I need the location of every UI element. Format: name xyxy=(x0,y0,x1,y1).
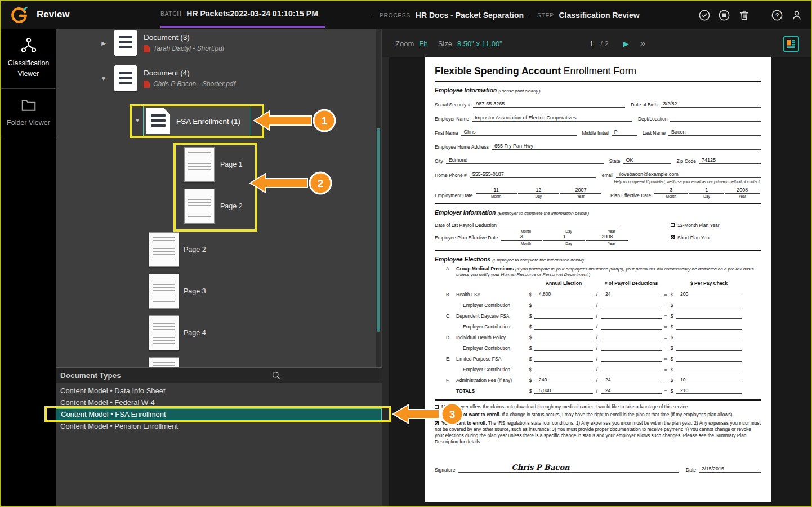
signature-line: Chris P Bacon xyxy=(458,463,679,473)
play-icon[interactable]: ▶ xyxy=(623,39,629,48)
page-label[interactable]: Page 4 xyxy=(184,329,206,337)
dept-value xyxy=(670,115,761,122)
document-page-icon xyxy=(146,108,170,134)
divider xyxy=(435,81,761,82)
divider xyxy=(435,250,761,252)
thumbnail-grid-button[interactable] xyxy=(783,36,799,52)
svg-text:?: ? xyxy=(775,12,779,19)
page-number-current[interactable]: 1 xyxy=(590,39,594,48)
help-icon[interactable]: ? xyxy=(771,9,783,21)
page-number-total: / 2 xyxy=(600,39,608,48)
dollar-sign: $ xyxy=(528,335,533,340)
election-row-totals: TOTALS $ 5,040 / 24 = $ 210 xyxy=(435,388,761,394)
sidebar-item-classification-viewer[interactable]: Classification Viewer xyxy=(1,29,56,89)
search-icon[interactable] xyxy=(271,371,281,383)
equals-sign: = xyxy=(663,345,668,351)
column-payroll-deductions: # of Payroll Deductions xyxy=(601,281,662,287)
stop-icon[interactable] xyxy=(718,9,730,21)
election-item-a: A. Group Medical Premiums (If you partic… xyxy=(435,266,761,277)
employment-month-value: 11 xyxy=(476,187,517,194)
user-icon[interactable] xyxy=(791,9,803,21)
ssn-value: 987-65-3265 xyxy=(473,101,625,108)
dollar-sign: $ xyxy=(528,303,533,308)
layout-grid-icon xyxy=(787,39,796,48)
page-thumbnail[interactable] xyxy=(184,147,215,182)
employer-plan-effective-row: Employee Plan Effective Date 3 1 2008 Sh… xyxy=(435,234,761,241)
tree-node-label: Document (4) xyxy=(144,69,235,77)
employee-elections-heading: Employee Elections (Employee to complete… xyxy=(435,256,761,263)
phone-label: Home Phone # xyxy=(435,172,470,178)
dollar-sign: $ xyxy=(528,367,533,372)
double-chevron-icon[interactable]: » xyxy=(640,38,645,49)
signature-label: Signature xyxy=(435,467,458,473)
dollar-sign: $ xyxy=(670,303,674,308)
step-label: STEP xyxy=(537,12,554,19)
state-label: State xyxy=(609,158,623,164)
payroll-deduction-label: Date of 1st Payroll Deduction xyxy=(435,223,499,228)
yes-enroll-option: Yes, I want to enroll. The IRS regulatio… xyxy=(435,420,761,445)
tree-scrollbar[interactable] xyxy=(376,29,381,367)
employer-plan-effective-label: Employee Plan Effective Date xyxy=(435,235,501,241)
viewer-scrollbar[interactable] xyxy=(382,57,389,506)
slash: / xyxy=(595,335,599,340)
page-thumbnail[interactable] xyxy=(149,315,179,350)
tree-node-document-4[interactable]: ▼ Document (4) Chris P Bacon - Shorter.p… xyxy=(100,65,235,92)
dollar-sign: $ xyxy=(528,356,533,362)
checkbox-checked xyxy=(671,235,675,239)
signature-row: Signature Chris P Bacon Date 2/15/2015 xyxy=(435,463,761,473)
dollar-sign: $ xyxy=(670,292,674,297)
employment-date-row: Employment Date 11Month 12Day 2007Year P… xyxy=(435,187,761,198)
document-type-row[interactable]: Content Model • Data Info Sheet xyxy=(56,385,382,397)
page-thumbnail-partial[interactable] xyxy=(149,357,179,367)
page-thumbnail[interactable] xyxy=(149,274,179,309)
page-thumbnail[interactable] xyxy=(149,232,179,267)
sidebar-item-folder-viewer[interactable]: Folder Viewer xyxy=(1,89,56,137)
election-row: Employer Contribution $ / = $ xyxy=(435,302,761,308)
dollar-sign: $ xyxy=(528,324,533,330)
dollar-sign: $ xyxy=(670,356,674,362)
zoom-value[interactable]: Fit xyxy=(419,39,427,48)
equals-sign: = xyxy=(663,388,668,394)
document-type-row[interactable]: Content Model • Federal W-4 xyxy=(56,397,382,408)
page-label[interactable]: Page 3 xyxy=(184,287,206,295)
dob-label: Date of Birth xyxy=(631,102,660,108)
dollar-sign: $ xyxy=(670,388,674,394)
complete-task-icon[interactable] xyxy=(698,9,711,21)
expander-collapsed-icon[interactable]: ▶ xyxy=(100,40,108,46)
app-logo-icon[interactable] xyxy=(10,6,29,25)
header-bar: Review BATCH HR Packets2022-03-24 01:10:… xyxy=(1,1,811,29)
short-plan-year-option: Short Plan Year xyxy=(671,235,761,241)
per-check-value: 200 xyxy=(676,291,742,297)
state-value: OK xyxy=(623,157,671,164)
dollar-sign: $ xyxy=(670,324,674,330)
election-row: B. Health FSA $ 4,800 / 24 = $ 200 xyxy=(435,291,761,297)
email-label: email xyxy=(602,172,616,178)
page-label[interactable]: Page 2 xyxy=(184,246,206,254)
equals-sign: = xyxy=(663,292,668,297)
tree-node-fsa-enrollment-selected[interactable]: FSA Enrollment (1) xyxy=(143,106,251,136)
expander-expanded-icon[interactable]: ▼ xyxy=(100,75,108,82)
page-label[interactable]: Page 2 xyxy=(220,202,243,210)
twelve-month-plan-option: 12-Month Plan Year xyxy=(671,223,761,228)
equals-sign: = xyxy=(663,303,668,308)
delete-icon[interactable] xyxy=(738,9,750,21)
document-page-canvas[interactable]: Flexible Spending Account Enrollment For… xyxy=(425,57,771,502)
annual-value: 4,800 xyxy=(534,291,593,297)
size-value[interactable]: 8.50" x 11.00" xyxy=(457,39,502,48)
page-label[interactable]: Page 1 xyxy=(220,161,243,168)
form-title: Flexible Spending Account Enrollment For… xyxy=(435,65,761,77)
zip-value: 74125 xyxy=(699,157,761,164)
document-icon xyxy=(114,30,137,56)
pdf-icon xyxy=(144,45,150,52)
tree-scrollbar-thumb[interactable] xyxy=(377,128,380,332)
form-row: Home Phone # 555-555-0187 email ilovebac… xyxy=(435,171,761,178)
tree-node-document-3[interactable]: ▶ Document (3) Tarah Dactyl - Short.pdf xyxy=(100,29,224,56)
slash: / xyxy=(595,324,599,330)
month-day-year-labels: Month Day Year xyxy=(505,242,761,246)
document-type-row[interactable]: Content Model • Pension Enrollment xyxy=(56,420,382,432)
expander-expanded-icon[interactable]: ▼ xyxy=(133,117,141,123)
document-type-row-selected[interactable]: Content Model • FSA Enrollment xyxy=(56,408,382,420)
page-thumbnail[interactable] xyxy=(184,189,215,224)
date-value: 2/15/2015 xyxy=(699,466,761,473)
first-name-value: Chris xyxy=(461,129,577,136)
